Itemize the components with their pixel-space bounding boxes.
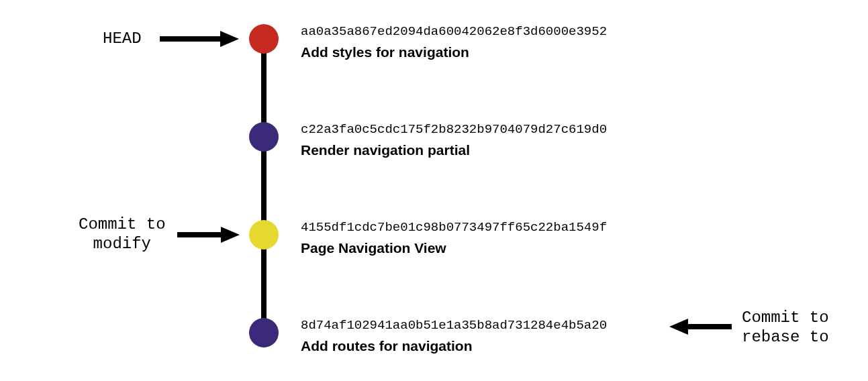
commit-message-3: Page Navigation View [301, 240, 607, 256]
commit-info-4: 8d74af102941aa0b51e1a35b8ad731284e4b5a20… [301, 318, 607, 354]
git-commit-diagram: aa0a35a867ed2094da60042062e8f3d6000e3952… [0, 0, 868, 381]
arrow-head [160, 29, 240, 49]
commit-hash-1: aa0a35a867ed2094da60042062e8f3d6000e3952 [301, 24, 607, 39]
head-label: HEAD [103, 30, 142, 49]
commit-node-3 [249, 220, 279, 250]
commit-hash-2: c22a3fa0c5cdc175f2b8232b9704079d27c619d0 [301, 122, 607, 137]
commit-to-modify-label: Commit to modify [79, 215, 166, 254]
commit-to-rebase-label: Commit to rebase to [742, 309, 829, 347]
commit-hash-3: 4155df1cdc7be01c98b0773497ff65c22ba1549f [301, 220, 607, 235]
commit-to-rebase-line2: rebase to [742, 328, 829, 347]
arrow-commit-to-rebase [665, 317, 732, 337]
commit-info-3: 4155df1cdc7be01c98b0773497ff65c22ba1549f… [301, 220, 607, 256]
svg-marker-1 [220, 31, 239, 47]
commit-to-modify-line1: Commit to [79, 215, 166, 235]
commit-to-rebase-line1: Commit to [742, 309, 829, 328]
commit-node-4 [249, 318, 279, 347]
commit-connector-line [261, 39, 267, 341]
head-label-text: HEAD [103, 30, 142, 48]
commit-node-1 [249, 24, 279, 54]
svg-marker-5 [669, 319, 688, 335]
svg-marker-3 [221, 227, 240, 243]
commit-info-1: aa0a35a867ed2094da60042062e8f3d6000e3952… [301, 24, 607, 60]
commit-to-modify-line2: modify [79, 235, 166, 254]
commit-message-2: Render navigation partial [301, 142, 607, 158]
commit-message-1: Add styles for navigation [301, 44, 607, 60]
commit-info-2: c22a3fa0c5cdc175f2b8232b9704079d27c619d0… [301, 122, 607, 158]
commit-message-4: Add routes for navigation [301, 338, 607, 354]
commit-hash-4: 8d74af102941aa0b51e1a35b8ad731284e4b5a20 [301, 318, 607, 333]
arrow-commit-to-modify [177, 225, 241, 245]
commit-node-2 [249, 122, 279, 152]
